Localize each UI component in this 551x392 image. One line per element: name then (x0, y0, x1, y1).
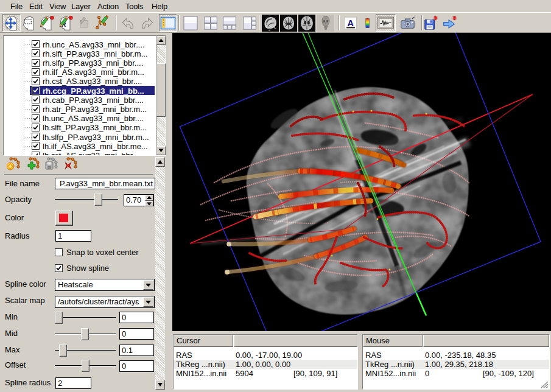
svg-text:A: A (347, 18, 354, 27)
